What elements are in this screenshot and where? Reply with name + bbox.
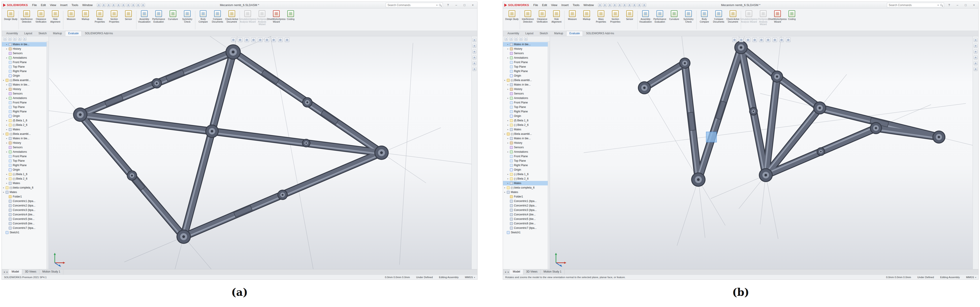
displaymanager-tab-icon[interactable] bbox=[524, 37, 528, 40]
tree-item[interactable]: Concentric5 (bie... bbox=[503, 217, 550, 221]
menu-item-tools[interactable]: Tools bbox=[69, 3, 80, 7]
menu-item-view[interactable]: View bbox=[48, 3, 58, 7]
ribbon-button-measure[interactable]: Measure bbox=[565, 10, 579, 21]
ribbon-button-hole-alignment[interactable]: Hole Alignment bbox=[48, 10, 62, 23]
menu-item-insert[interactable]: Insert bbox=[559, 3, 571, 7]
ribbon-tab-assembly[interactable]: Assembly bbox=[504, 31, 522, 36]
tree-item[interactable]: ▸(-) Biela asambl... bbox=[2, 132, 49, 136]
tree-item[interactable]: Right Plane bbox=[503, 109, 550, 114]
dimxpertmanager-tab-icon[interactable] bbox=[519, 37, 523, 40]
ribbon-tab-sketch[interactable]: Sketch bbox=[536, 31, 551, 36]
dimxpertmanager-tab-icon[interactable] bbox=[18, 37, 21, 40]
document-tab-3d-views[interactable]: 3D Views bbox=[22, 269, 40, 275]
ribbon-tab-evaluate[interactable]: Evaluate bbox=[566, 31, 583, 36]
open-icon[interactable] bbox=[603, 3, 607, 7]
ribbon-tab-sketch[interactable]: Sketch bbox=[35, 31, 50, 36]
expand-arrow-icon[interactable]: ▸ bbox=[6, 177, 9, 180]
tree-item[interactable]: Origin bbox=[2, 74, 49, 78]
tree-item[interactable]: ▸(-) Biela asambl... bbox=[2, 78, 49, 82]
tree-item[interactable]: Folder1 bbox=[2, 194, 49, 199]
tree-item[interactable]: ▸Mates bbox=[2, 190, 49, 194]
tree-item[interactable]: ▸(f) Biela 1_6 bbox=[2, 118, 49, 123]
tree-item[interactable]: Sketch1 bbox=[2, 230, 49, 235]
tree-item[interactable]: ▸Mates in bie... bbox=[503, 82, 550, 87]
tree-item[interactable]: Concentric4 (bie... bbox=[2, 212, 49, 217]
ribbon-button-symmetry-check[interactable]: Symmetry Check bbox=[681, 10, 695, 23]
expand-arrow-icon[interactable]: ▸ bbox=[6, 48, 9, 50]
save-icon[interactable] bbox=[107, 3, 111, 7]
tree-item[interactable]: Concentric7 (bpa... bbox=[2, 226, 49, 230]
tree-item[interactable]: ▸(-) Biela 1_6 bbox=[503, 172, 550, 176]
edit-appearance-icon[interactable] bbox=[779, 38, 784, 42]
ribbon-button-design-study[interactable]: Design Study bbox=[3, 10, 18, 21]
tree-item[interactable]: ▸(-) Biela 1_6 bbox=[2, 172, 49, 176]
tree-item[interactable]: Concentric6 (bie... bbox=[2, 221, 49, 226]
menu-item-file[interactable]: File bbox=[531, 3, 540, 7]
tree-item[interactable]: Front Plane bbox=[2, 154, 49, 158]
tree-item[interactable]: ▸Mates in bie... bbox=[503, 136, 550, 141]
expand-arrow-icon[interactable]: ▸ bbox=[6, 142, 9, 144]
design-library-icon[interactable] bbox=[473, 44, 476, 48]
tree-item[interactable]: Origin bbox=[503, 74, 550, 78]
appearances-icon[interactable] bbox=[974, 61, 978, 65]
hide-show-icon[interactable] bbox=[773, 38, 777, 42]
tree-item[interactable]: Top Plane bbox=[503, 64, 550, 69]
zoom-area-icon[interactable] bbox=[739, 38, 743, 42]
ribbon-button-costing[interactable]: Costing bbox=[785, 10, 799, 21]
tree-item[interactable]: ▸(-) Biela 2_6 bbox=[2, 176, 49, 181]
ribbon-button-sensor[interactable]: Sensor bbox=[121, 10, 135, 21]
document-tab-motion-study-1[interactable]: Motion Study 1 bbox=[541, 269, 565, 275]
design-library-icon[interactable] bbox=[974, 44, 978, 48]
file-explorer-icon[interactable] bbox=[473, 50, 476, 54]
ribbon-button-sensor[interactable]: Sensor bbox=[622, 10, 637, 21]
tree-item[interactable]: ▸Mates bbox=[503, 181, 550, 185]
ribbon-button-markup[interactable]: Markup bbox=[579, 10, 594, 21]
close-button[interactable]: × bbox=[469, 2, 476, 8]
tree-item[interactable]: Concentric1 (bpa... bbox=[503, 199, 550, 203]
expand-arrow-icon[interactable]: ▸ bbox=[6, 88, 9, 90]
tree-item[interactable]: ▸Mates in bie... bbox=[2, 42, 49, 46]
tree-item[interactable]: Concentric2 (bpa... bbox=[2, 203, 49, 208]
tree-item[interactable]: Sensors bbox=[2, 91, 49, 96]
file-properties-icon[interactable] bbox=[638, 3, 641, 7]
expand-arrow-icon[interactable]: ▸ bbox=[6, 137, 9, 139]
ribbon-button-compare-documents[interactable]: Compare Documents bbox=[711, 10, 726, 23]
ribbon-button-interference-detection[interactable]: Interference Detection bbox=[521, 10, 535, 23]
expand-arrow-icon[interactable]: ▸ bbox=[504, 187, 507, 189]
tab-scroll-right-icon[interactable]: ▸ bbox=[6, 270, 9, 273]
ribbon-button-assembly-visualization[interactable]: Assembly Visualization bbox=[137, 10, 151, 23]
tree-item[interactable]: ▸Annotations bbox=[503, 56, 550, 60]
ribbon-button-section-properties[interactable]: Section Properties bbox=[107, 10, 121, 23]
ribbon-button-performance-evaluation[interactable]: Performance Evaluation bbox=[653, 10, 667, 23]
expand-arrow-icon[interactable]: ▸ bbox=[508, 48, 510, 50]
expand-arrow-icon[interactable]: ▸ bbox=[504, 191, 507, 193]
graphics-viewport[interactable] bbox=[49, 36, 471, 269]
expand-arrow-icon[interactable]: ▸ bbox=[508, 128, 510, 131]
ribbon-button-performance-evaluation[interactable]: Performance Evaluation bbox=[151, 10, 166, 23]
tree-item[interactable]: Front Plane bbox=[2, 100, 49, 105]
tree-item[interactable]: ▸Mates bbox=[2, 127, 49, 132]
ribbon-button-body-compare[interactable]: Body Compare bbox=[196, 10, 210, 23]
tree-item[interactable]: ▸History bbox=[2, 46, 49, 51]
select-icon[interactable] bbox=[126, 3, 130, 7]
expand-arrow-icon[interactable]: ▸ bbox=[6, 124, 9, 126]
ribbon-button-section-properties[interactable]: Section Properties bbox=[608, 10, 622, 23]
new-document-icon[interactable] bbox=[598, 3, 602, 7]
expand-arrow-icon[interactable]: ▸ bbox=[504, 79, 507, 81]
tree-item[interactable]: Origin bbox=[503, 168, 550, 172]
select-icon[interactable] bbox=[628, 3, 632, 7]
ribbon-button-costing[interactable]: Costing bbox=[283, 10, 298, 21]
view-orientation-icon[interactable] bbox=[759, 38, 764, 42]
tree-item[interactable]: ▸Mates in bie... bbox=[2, 82, 49, 87]
section-view-icon[interactable] bbox=[251, 38, 256, 42]
ribbon-button-assembly-visualization[interactable]: Assembly Visualization bbox=[638, 10, 653, 23]
tree-item[interactable]: Concentric3 (bpa... bbox=[503, 208, 550, 212]
expand-arrow-icon[interactable]: ▸ bbox=[6, 128, 9, 131]
tree-item[interactable]: ▸(f) Biela 1_6 bbox=[503, 118, 550, 123]
tree-item[interactable]: ▸Mates bbox=[2, 181, 49, 185]
help-button[interactable]: ? bbox=[445, 2, 451, 8]
minimize-button[interactable]: – bbox=[954, 2, 961, 8]
ribbon-button-check-active-document[interactable]: Check Active Document bbox=[726, 10, 740, 23]
tree-item[interactable]: ▸Annotations bbox=[503, 96, 550, 100]
ribbon-button-hole-alignment[interactable]: Hole Alignment bbox=[549, 10, 563, 23]
